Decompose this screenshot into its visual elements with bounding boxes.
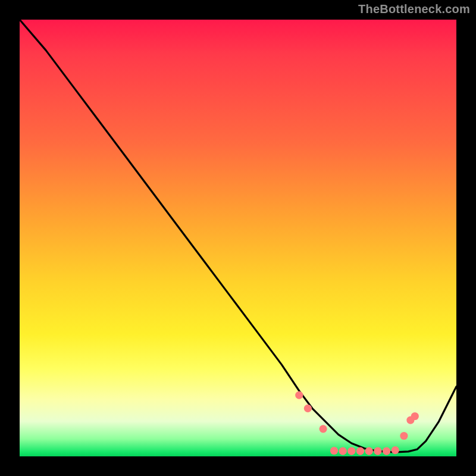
marker-dot	[383, 447, 390, 455]
chart-frame: TheBottleneck.com	[0, 0, 476, 476]
marker-dot	[356, 447, 364, 455]
marker-dot	[339, 447, 347, 455]
marker-dot	[411, 412, 419, 420]
marker-dot	[330, 447, 338, 455]
marker-dot	[320, 425, 327, 433]
marker-dot	[392, 446, 399, 454]
marker-dot	[400, 432, 408, 440]
marker-dot	[295, 392, 303, 399]
watermark-text: TheBottleneck.com	[358, 2, 470, 16]
marker-dot	[374, 447, 381, 455]
bottleneck-curve	[20, 20, 456, 452]
marker-dot	[347, 447, 355, 455]
marker-dot	[304, 405, 312, 412]
chart-svg	[20, 20, 456, 456]
marker-dot	[365, 447, 373, 455]
plot-area	[20, 20, 456, 456]
